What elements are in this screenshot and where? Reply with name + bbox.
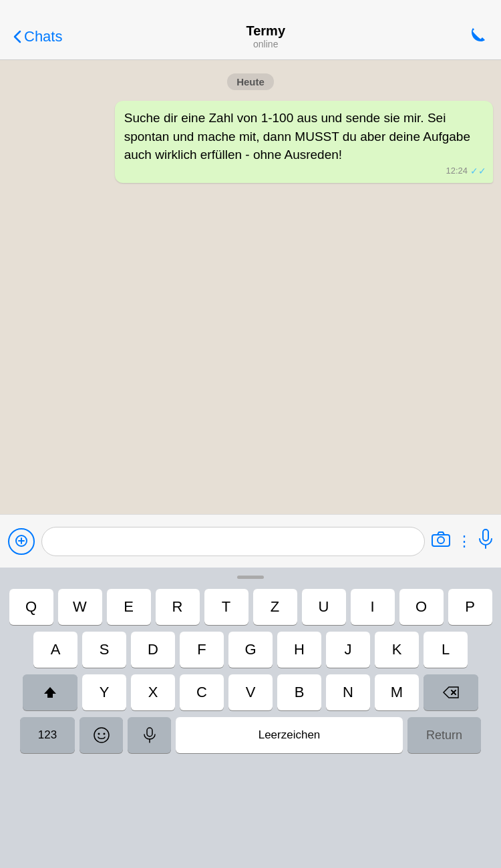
key-n[interactable]: N [326,674,370,710]
key-h[interactable]: H [277,632,321,668]
attach-button[interactable] [8,528,35,555]
key-w[interactable]: W [58,589,102,625]
read-tick-icon: ✓✓ [470,164,486,178]
key-p[interactable]: P [448,589,492,625]
key-e[interactable]: E [107,589,151,625]
keyboard-row-1: Q W E R T Z U I O P [0,589,501,625]
header: Chats Termy online [0,0,501,60]
space-key[interactable]: Leerzeichen [176,717,403,753]
key-i[interactable]: I [351,589,395,625]
key-z[interactable]: Z [253,589,297,625]
key-j[interactable]: J [326,632,370,668]
svg-rect-3 [483,529,488,541]
more-button[interactable]: ⋮ [457,533,472,550]
key-y[interactable]: Y [82,674,126,710]
key-q[interactable]: Q [9,589,53,625]
key-k[interactable]: K [375,632,419,668]
key-s[interactable]: S [82,632,126,668]
contact-status: online [246,39,285,49]
call-button[interactable] [469,25,488,48]
key-a[interactable]: A [33,632,77,668]
contact-name: Termy [246,23,285,39]
key-b[interactable]: B [277,674,321,710]
key-r[interactable]: R [156,589,200,625]
contact-info: Termy online [246,23,285,49]
message-bubble: Suche dir eine Zahl von 1-100 aus und se… [115,101,493,183]
key-x[interactable]: X [131,674,175,710]
input-area: ⋮ [0,514,501,568]
key-u[interactable]: U [302,589,346,625]
keyboard: Q W E R T Z U I O P A S D F G H J K L [0,568,501,868]
svg-rect-10 [147,728,152,736]
svg-point-9 [103,733,105,735]
key-c[interactable]: C [180,674,224,710]
back-button[interactable]: Chats [13,28,62,45]
key-d[interactable]: D [131,632,175,668]
svg-point-2 [438,537,444,544]
shift-key[interactable] [23,674,77,710]
messages-container: Suche dir eine Zahl von 1-100 aus und se… [0,101,501,183]
date-label: Heute [227,73,274,90]
keyboard-row-2: A S D F G H J K L [0,632,501,668]
back-label: Chats [24,28,62,45]
svg-point-7 [94,728,109,742]
key-t[interactable]: T [204,589,248,625]
voice-button[interactable] [478,529,493,554]
numbers-key[interactable]: 123 [20,717,75,753]
message-input[interactable] [41,527,425,556]
key-o[interactable]: O [399,589,444,625]
message-meta: 12:24 ✓✓ [446,164,486,178]
svg-point-8 [98,733,100,735]
keyboard-handle [0,568,501,586]
keyboard-mic-key[interactable] [128,717,171,753]
key-l[interactable]: L [424,632,468,668]
keyboard-row-3: Y X C V B N M [0,674,501,710]
date-badge: Heute [0,73,501,90]
key-f[interactable]: F [180,632,224,668]
key-m[interactable]: M [375,674,419,710]
emoji-key[interactable] [79,717,123,753]
message-text: Suche dir eine Zahl von 1-100 aus und se… [124,111,470,162]
keyboard-row-4: 123 Leerzeichen Return [0,717,501,753]
key-g[interactable]: G [228,632,273,668]
message-time: 12:24 [446,165,468,178]
return-key[interactable]: Return [407,717,481,753]
table-row: Suche dir eine Zahl von 1-100 aus und se… [8,101,493,183]
camera-button[interactable] [432,531,450,552]
chat-area: Heute Suche dir eine Zahl von 1-100 aus … [0,60,501,514]
backspace-key[interactable] [424,674,478,710]
key-v[interactable]: V [228,674,273,710]
